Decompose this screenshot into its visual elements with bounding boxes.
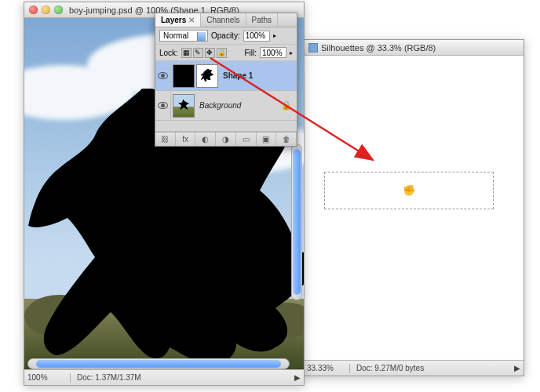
doc-info: Doc: 9.27M/0 bytes [356, 364, 508, 372]
layer-row-shape1[interactable]: Shape 1 [155, 61, 297, 91]
blend-opacity-row: Normal Opacity: 100% ▸ [155, 27, 297, 45]
link-layers-button[interactable]: ⛓ [155, 132, 176, 146]
minimize-button[interactable] [42, 5, 50, 14]
lock-label: Lock: [159, 49, 178, 57]
layer-list: Shape 1 Background 🔒 [155, 61, 297, 132]
window-title: Silhouettes @ 33.3% (RGB/8) [321, 43, 436, 53]
close-icon[interactable]: ✕ [188, 16, 195, 24]
new-layer-button[interactable]: ▣ [257, 132, 277, 146]
lock-all-button[interactable]: 🔒 [217, 48, 227, 58]
canvas[interactable]: ✊ [304, 56, 524, 360]
lock-fill-row: Lock: ▦ ✎ ✥ 🔒 Fill: 100% ▸ [155, 45, 297, 61]
layer-name[interactable]: Background [196, 101, 241, 110]
adjustment-layer-button[interactable]: ◑ [216, 132, 236, 146]
opacity-flyout-arrow-icon[interactable]: ▸ [273, 32, 276, 39]
layer-fx-button[interactable]: fx [176, 132, 196, 146]
panel-footer: ⛓ fx ◐ ◑ ▭ ▣ 🗑 [155, 132, 297, 146]
lock-transparency-button[interactable]: ▦ [181, 48, 192, 58]
titlebar[interactable]: Silhouettes @ 33.3% (RGB/8) [304, 40, 524, 56]
layer-thumbnail-mask[interactable] [196, 64, 218, 88]
visibility-toggle[interactable] [155, 61, 171, 90]
blend-mode-dropdown[interactable]: Normal [159, 30, 208, 42]
lock-image-button[interactable]: ✎ [193, 48, 203, 58]
zoom-level[interactable]: 33.33% [307, 364, 343, 372]
close-button[interactable] [29, 5, 38, 14]
document-window-silhouettes: Silhouettes @ 33.3% (RGB/8) ✊ 33.33% Doc… [303, 39, 524, 376]
layer-name[interactable]: Shape 1 [220, 71, 253, 80]
opacity-input[interactable]: 100% [243, 31, 270, 42]
document-icon [308, 43, 318, 53]
layer-list-empty-area [155, 121, 297, 132]
fill-input[interactable]: 100% [260, 47, 286, 58]
tab-paths[interactable]: Paths [246, 13, 279, 27]
zoom-button[interactable] [54, 5, 63, 14]
opacity-label: Opacity: [211, 31, 240, 40]
lock-icon: 🔒 [281, 100, 292, 111]
layers-panel: Layers✕ Channels Paths Normal Opacity: 1… [155, 13, 297, 147]
lock-icon-group: ▦ ✎ ✥ 🔒 [181, 48, 227, 58]
delete-layer-button[interactable]: 🗑 [276, 132, 297, 146]
tab-layers[interactable]: Layers✕ [155, 13, 201, 27]
eye-icon [158, 72, 168, 79]
status-bar: 100% Doc: 1.37M/1.37M ▶ [24, 369, 304, 385]
tab-channels[interactable]: Channels [201, 13, 246, 27]
lock-position-button[interactable]: ✥ [205, 48, 215, 58]
horizontal-scrollbar[interactable] [27, 358, 290, 369]
doc-info: Doc: 1.37M/1.37M [77, 373, 288, 382]
layer-thumbnail[interactable] [173, 94, 195, 118]
status-bar: 33.33% Doc: 9.27M/0 bytes ▶ [304, 360, 524, 376]
traffic-lights [29, 5, 63, 14]
eye-icon [158, 102, 168, 109]
vertical-scrollbar[interactable] [291, 143, 302, 300]
layer-thumbnail-fill[interactable] [173, 64, 195, 88]
panel-tabs: Layers✕ Channels Paths [155, 13, 297, 27]
grab-cursor-icon: ✊ [403, 184, 415, 196]
zoom-level[interactable]: 100% [27, 373, 64, 382]
visibility-toggle[interactable] [155, 91, 171, 120]
info-menu-arrow-icon[interactable]: ▶ [514, 364, 520, 372]
add-mask-button[interactable]: ◐ [195, 132, 216, 146]
fill-flyout-arrow-icon[interactable]: ▸ [290, 49, 293, 56]
layer-row-background[interactable]: Background 🔒 [155, 91, 297, 121]
scrollbar-thumb[interactable] [36, 360, 281, 368]
fill-label: Fill: [244, 49, 257, 57]
scrollbar-thumb[interactable] [293, 149, 301, 295]
info-menu-arrow-icon[interactable]: ▶ [294, 373, 301, 382]
new-group-button[interactable]: ▭ [236, 132, 257, 146]
